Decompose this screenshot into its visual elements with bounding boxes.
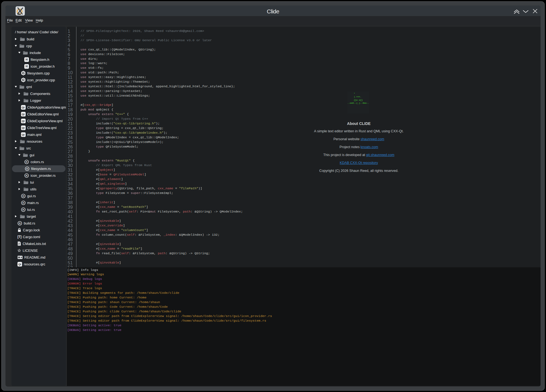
svg-text:R: R [26,160,28,163]
svg-text:R: R [26,174,28,177]
svg-text:R: R [19,222,21,225]
svg-text:R: R [22,194,24,198]
svg-text:R: R [26,167,28,170]
svg-text:R: R [22,201,24,204]
svg-text:R: R [22,208,24,211]
